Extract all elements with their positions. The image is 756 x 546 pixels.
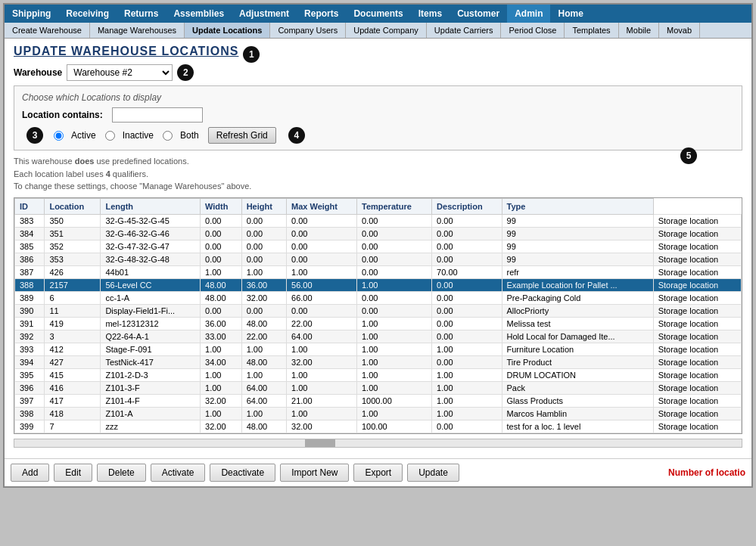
nav-shipping[interactable]: Shipping xyxy=(5,5,58,23)
info-line1: This warehouse does use predefined locat… xyxy=(14,155,742,168)
subnav-movab[interactable]: Movab xyxy=(659,23,700,38)
radio-both[interactable] xyxy=(163,131,173,141)
nav-assemblies[interactable]: Assemblies xyxy=(166,5,232,23)
col-header-length: Length xyxy=(101,198,201,214)
annotation-4: 4 xyxy=(288,127,305,144)
table-row[interactable]: 388215756-Level CC48.0036.0056.001.000.0… xyxy=(15,278,742,291)
annotation-5: 5 xyxy=(680,147,697,164)
col-header-height: Height xyxy=(241,198,286,214)
col-header-description: Description xyxy=(432,198,502,214)
add-button[interactable]: Add xyxy=(11,464,49,482)
table-row[interactable]: 398418Z101-A1.001.001.001.001.00Marcos H… xyxy=(15,407,742,420)
location-contains-label: Location contains: xyxy=(22,110,103,120)
bottom-toolbar: Add Edit Delete Activate Deactivate Impo… xyxy=(5,458,751,486)
nav-admin[interactable]: Admin xyxy=(507,5,550,23)
delete-button[interactable]: Delete xyxy=(97,464,146,482)
subnav-manage-warehouses[interactable]: Manage Warehouses xyxy=(90,23,185,38)
refresh-grid-button[interactable]: Refresh Grid xyxy=(208,127,276,144)
data-grid-container: ID Location Length Width Height Max Weig… xyxy=(14,197,742,434)
table-row[interactable]: 38335032-G-45-32-G-450.000.000.000.000.0… xyxy=(15,214,742,227)
annotation-3: 3 xyxy=(26,127,43,144)
export-button[interactable]: Export xyxy=(353,464,403,482)
table-row[interactable]: 38535232-G-47-32-G-470.000.000.000.000.0… xyxy=(15,240,742,253)
warehouse-label: Warehouse xyxy=(14,67,62,78)
info-line3: To change these settings, choose "Manage… xyxy=(14,180,742,193)
count-label: Number of locatio xyxy=(668,467,745,478)
nav-receiving[interactable]: Receiving xyxy=(58,5,117,23)
locations-table: ID Location Length Width Height Max Weig… xyxy=(14,198,742,433)
table-row[interactable]: 395415Z101-2-D-31.001.001.001.001.00DRUM… xyxy=(15,368,742,381)
update-button[interactable]: Update xyxy=(407,464,459,482)
table-row[interactable]: 391419mel-1231231236.0048.0022.001.000.0… xyxy=(15,317,742,330)
nav-documents[interactable]: Documents xyxy=(346,5,410,23)
location-contains-input[interactable] xyxy=(112,107,203,123)
nav-home[interactable]: Home xyxy=(550,5,590,23)
col-header-width: Width xyxy=(201,198,242,214)
import-new-button[interactable]: Import New xyxy=(280,464,349,482)
annotation-1: 1 xyxy=(243,46,260,63)
table-row[interactable]: 393412Stage-F-0911.001.001.001.001.00Fur… xyxy=(15,343,742,355)
activate-button[interactable]: Activate xyxy=(151,464,206,482)
table-row[interactable]: 38635332-G-48-32-G-480.000.000.000.000.0… xyxy=(15,253,742,265)
page-title: Update Warehouse Locations xyxy=(14,45,238,58)
subnav-update-carriers[interactable]: Update Carriers xyxy=(427,23,502,38)
col-header-type: Type xyxy=(502,198,653,214)
table-row[interactable]: 3997zzz32.0048.0032.00100.000.00test for… xyxy=(15,420,742,433)
table-row[interactable]: 3896cc-1-A48.0032.0066.000.000.00Pre-Pac… xyxy=(15,291,742,304)
col-header-location: Location xyxy=(45,198,101,214)
filter-legend: Choose which Locations to display xyxy=(22,92,734,103)
sub-nav: Create Warehouse Manage Warehouses Updat… xyxy=(5,23,751,39)
nav-returns[interactable]: Returns xyxy=(117,5,166,23)
radio-inactive-label: Inactive xyxy=(123,130,154,141)
deactivate-button[interactable]: Deactivate xyxy=(210,464,275,482)
warehouse-select[interactable]: Warehouse #2 xyxy=(67,64,173,81)
nav-customer[interactable]: Customer xyxy=(450,5,507,23)
table-row[interactable]: 394427TestNick-41734.0048.0032.001.000.0… xyxy=(15,355,742,368)
table-row[interactable]: 3923Q22-64-A-133.0022.0064.001.000.00Hol… xyxy=(15,330,742,343)
radio-active-label: Active xyxy=(71,130,96,141)
col-header-id: ID xyxy=(15,198,45,214)
subnav-company-users[interactable]: Company Users xyxy=(270,23,346,38)
radio-active[interactable] xyxy=(54,131,64,141)
table-row[interactable]: 396416Z101-3-F1.0064.001.001.001.00PackS… xyxy=(15,381,742,394)
subnav-update-company[interactable]: Update Company xyxy=(346,23,427,38)
annotation-2: 2 xyxy=(177,64,194,81)
subnav-templates[interactable]: Templates xyxy=(565,23,618,38)
edit-button[interactable]: Edit xyxy=(54,464,92,482)
subnav-mobile[interactable]: Mobile xyxy=(619,23,659,38)
col-header-maxweight: Max Weight xyxy=(287,198,357,214)
subnav-update-locations[interactable]: Update Locations xyxy=(185,23,270,38)
horizontal-scrollbar[interactable] xyxy=(14,439,742,448)
subnav-period-close[interactable]: Period Close xyxy=(501,23,565,38)
nav-reports[interactable]: Reports xyxy=(297,5,346,23)
table-row[interactable]: 39011Display-Field1-Fi...0.000.000.000.0… xyxy=(15,304,742,317)
radio-both-label: Both xyxy=(180,130,199,141)
top-nav: Shipping Receiving Returns Assemblies Ad… xyxy=(5,5,751,23)
nav-adjustment[interactable]: Adjustment xyxy=(232,5,297,23)
subnav-create-warehouse[interactable]: Create Warehouse xyxy=(5,23,90,38)
nav-items[interactable]: Items xyxy=(411,5,450,23)
info-line2: Each location label uses 4 qualifiers. xyxy=(14,168,742,181)
col-header-temperature: Temperature xyxy=(356,198,431,214)
table-row[interactable]: 397417Z101-4-F32.0064.0021.001000.001.00… xyxy=(15,394,742,407)
table-row[interactable]: 38742644b011.001.001.000.0070.00refrStor… xyxy=(15,265,742,278)
radio-inactive[interactable] xyxy=(105,131,115,141)
table-row[interactable]: 38435132-G-46-32-G-460.000.000.000.000.0… xyxy=(15,227,742,240)
